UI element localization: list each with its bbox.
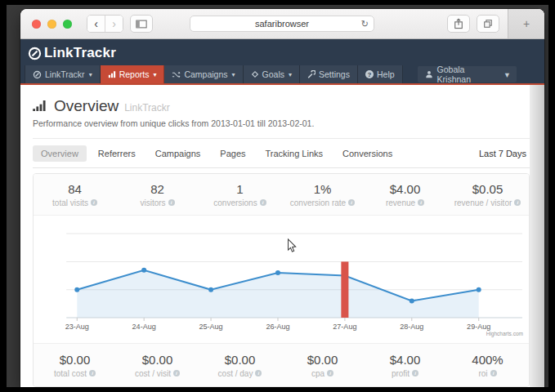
minimize-window-button[interactable] [47,20,56,29]
linktrackr-icon [33,70,42,79]
help-icon: ? [365,70,374,78]
stat-label: conversions i [213,198,266,207]
tab-overview[interactable]: Overview [33,145,87,162]
new-tab-button[interactable]: + [508,9,544,38]
stat-label: total visits i [52,198,97,207]
stat-roi: 400%roi i [446,344,529,386]
tab-pages[interactable]: Pages [212,145,253,162]
user-menu-label: Gobala Krishnan [437,65,501,84]
stat-value: 84 [68,182,82,196]
info-icon[interactable]: i [168,199,175,206]
main-nav: LinkTrackr▾Reports▾Campaigns▾Goals▾Setti… [20,65,544,83]
sidebar-toggle-button[interactable] [130,15,153,33]
reload-icon[interactable]: ↻ [361,19,369,29]
share-icon [454,18,463,29]
address-bar[interactable]: safaribrowser ↻ [190,16,374,32]
caret-down-icon: ▾ [505,69,509,79]
stat-cpa: $0.00cpa i [281,344,364,386]
window-controls [32,20,72,29]
data-point-26-Aug[interactable] [275,270,280,275]
report-panel: 84total visits i82visitors i1conversions… [33,173,530,387]
page-content: Overview LinkTrackr Performance overview… [20,85,544,387]
page-title-suffix: LinkTrackr [124,102,170,114]
data-point-23-Aug[interactable] [74,287,79,292]
x-tick-label: 29-Aug [467,323,490,331]
tabs-icon [483,19,493,29]
nav-item-label: Campaigns [184,69,227,79]
stat-label: cpa i [311,369,333,378]
conversion-bar[interactable] [341,261,348,318]
tab-referrers[interactable]: Referrers [90,145,144,162]
nav-item-goals[interactable]: Goals▾ [244,65,300,83]
nav-item-settings[interactable]: Settings [300,65,358,83]
nav-item-help[interactable]: ?Help [358,65,403,83]
nav-item-reports[interactable]: Reports▾ [101,65,165,83]
data-point-28-Aug[interactable] [410,298,414,303]
tab-campaigns[interactable]: Campaigns [147,145,209,162]
tab-conversions[interactable]: Conversions [334,145,401,162]
stat-profit: $4.00profit i [364,344,446,386]
stat-value: 400% [472,353,503,367]
info-icon[interactable]: i [91,199,97,206]
stat-total-cost: $0.00total cost i [34,344,116,386]
data-point-29-Aug[interactable] [477,287,481,292]
forward-button[interactable]: › [105,16,123,32]
page-header: Overview LinkTrackr Performance overview… [33,85,533,139]
info-icon[interactable]: i [327,370,333,376]
area-fill [77,270,478,318]
window-right-gutter [530,85,544,387]
stat-value: $4.00 [390,182,421,196]
user-icon [425,70,433,78]
close-window-button[interactable] [32,20,41,29]
tab-overview-button[interactable] [477,15,499,33]
info-icon[interactable]: i [412,370,418,376]
user-menu[interactable]: Gobala Krishnan▾ [418,66,517,82]
nav-item-label: LinkTrackr [45,69,85,79]
stat-value: $0.00 [307,353,338,367]
nav-item-label: Settings [319,69,350,79]
stat-value: 1 [236,182,243,196]
zoom-window-button[interactable] [63,20,72,29]
date-range-dropdown[interactable]: Last 7 Days ▾ [479,149,533,158]
site-header: LinkTrackr LinkTrackr▾Reports▾Campaigns▾… [20,39,544,85]
share-button[interactable] [447,15,470,33]
info-icon[interactable]: i [173,370,180,376]
caret-down-icon: ▾ [232,71,235,78]
stat-label: total cost i [54,369,96,378]
stats-row-top: 84total visits i82visitors i1conversions… [34,174,529,216]
shuffle-icon [172,70,181,79]
info-icon[interactable]: i [514,199,521,206]
info-icon[interactable]: i [255,370,262,376]
titlebar-right-buttons: + [447,9,544,38]
info-icon[interactable]: i [348,199,355,206]
info-icon[interactable]: i [490,370,497,376]
tab-tracking-links[interactable]: Tracking Links [257,145,332,162]
info-icon[interactable]: i [89,370,96,376]
visits-chart[interactable]: 23-Aug24-Aug25-Aug26-Aug27-Aug28-Aug29-A… [34,216,529,343]
stat-revenue: $4.00revenue i [364,174,446,215]
stat-value: $0.00 [142,353,173,367]
back-button[interactable]: ‹ [87,16,105,32]
stat-label: visitors i [140,198,174,207]
bar-chart-icon [108,70,116,78]
info-icon[interactable]: i [418,199,424,206]
caret-down-icon: ▾ [289,71,292,78]
nav-item-campaigns[interactable]: Campaigns▾ [164,65,243,83]
stat-label: revenue i [386,198,424,207]
data-point-24-Aug[interactable] [141,268,146,273]
nav-item-label: Reports [119,69,150,79]
info-icon[interactable]: i [260,199,266,206]
x-tick-label: 28-Aug [400,323,423,331]
data-point-25-Aug[interactable] [208,287,213,292]
address-bar-text: safaribrowser [255,19,309,29]
page-title: Overview [54,97,119,115]
nav-item-label: Goals [262,69,284,79]
goal-icon [251,70,259,78]
report-tabs: OverviewReferrersCampaignsPagesTracking … [33,145,533,168]
nav-item-linktrackr[interactable]: LinkTrackr▾ [25,65,101,83]
x-tick-label: 23-Aug [65,323,89,331]
stat-cost-day: $0.00cost / day i [199,344,281,386]
logo-text: LinkTrackr [44,45,116,61]
caret-down-icon: ▾ [89,71,92,78]
logo[interactable]: LinkTrackr [20,39,544,65]
